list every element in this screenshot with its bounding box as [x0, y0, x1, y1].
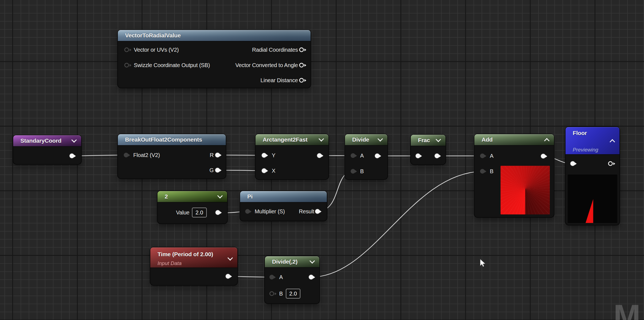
- chevron-down-icon[interactable]: [309, 260, 315, 264]
- output-label: Radial Coordinates: [252, 47, 298, 53]
- node-header: Floor Previewing: [566, 127, 619, 155]
- output-label: R: [210, 152, 214, 158]
- node-constant-2[interactable]: 2 Value 2.0: [157, 191, 227, 224]
- node-standarycoord[interactable]: StandaryCoord: [13, 135, 81, 164]
- input-label: Vector or UVs (V2): [134, 47, 179, 53]
- output-pin-linear-distance[interactable]: [299, 78, 304, 83]
- node-header: Divide(,2): [265, 256, 319, 268]
- input-label: B: [490, 168, 493, 175]
- input-pin-multiplier[interactable]: [245, 209, 250, 214]
- node-header: VectorToRadialValue: [118, 30, 311, 42]
- output-pin-vector-converted-to-angle[interactable]: [299, 63, 304, 68]
- value-label: Value: [176, 209, 189, 216]
- input-pin[interactable]: [570, 161, 575, 166]
- input-label: A: [490, 153, 493, 159]
- output-pin-radial-coordinates[interactable]: [299, 48, 304, 52]
- chevron-down-icon[interactable]: [319, 137, 324, 142]
- mouse-cursor-icon: [480, 259, 486, 267]
- output-label: Linear Distance: [260, 77, 298, 84]
- input-label: A: [360, 153, 364, 159]
- node-title: Time (Period of 2.00): [157, 251, 213, 258]
- output-pin-g[interactable]: [215, 168, 220, 173]
- chevron-up-icon[interactable]: [544, 137, 550, 142]
- input-pin-x[interactable]: [262, 169, 267, 173]
- output-pin[interactable]: [435, 154, 439, 158]
- output-pin[interactable]: [226, 274, 230, 279]
- node-title: VectorToRadialValue: [125, 32, 181, 39]
- input-pin-a[interactable]: [270, 275, 274, 280]
- input-label: B: [360, 168, 364, 175]
- node-title: Floor: [573, 130, 587, 136]
- node-title: Pi: [247, 193, 252, 200]
- input-data-label: Input Data: [157, 260, 182, 266]
- chevron-down-icon[interactable]: [227, 256, 233, 261]
- node-floor[interactable]: Floor Previewing: [566, 127, 619, 225]
- output-pin[interactable]: [608, 161, 613, 166]
- output-pin[interactable]: [541, 154, 546, 159]
- node-add[interactable]: Add A B: [474, 134, 554, 217]
- input-pin-swizzle[interactable]: [124, 63, 129, 68]
- output-pin-r[interactable]: [215, 153, 220, 158]
- wire: [311, 171, 482, 277]
- chevron-down-icon[interactable]: [71, 139, 77, 143]
- preview-red-wedge: [568, 175, 617, 223]
- node-divide[interactable]: Divide A B: [345, 134, 387, 179]
- b-value-input[interactable]: 2.0: [286, 289, 300, 299]
- node-header: Add: [474, 134, 554, 146]
- node-header: Frac: [411, 135, 445, 146]
- node-header: Arctangent2Fast: [256, 134, 328, 146]
- node-header: 2: [157, 191, 227, 203]
- node-title: Arctangent2Fast: [263, 136, 308, 143]
- output-label: Result: [299, 208, 314, 215]
- node-arctangent2fast[interactable]: Arctangent2Fast Y X: [256, 134, 328, 179]
- node-title: Divide(,2): [272, 258, 298, 265]
- node-frac[interactable]: Frac: [411, 135, 445, 164]
- node-preview-image: [501, 166, 550, 214]
- node-header: Pi: [240, 191, 327, 203]
- node-title: Add: [482, 136, 493, 143]
- node-pi[interactable]: Pi Multiplier (S) Result: [240, 191, 327, 221]
- node-breakoutfloat2components[interactable]: BreakOutFloat2Components Float2 (V2) R G: [118, 134, 226, 178]
- input-pin-y[interactable]: [262, 153, 267, 158]
- output-pin[interactable]: [70, 154, 74, 158]
- material-graph-canvas[interactable]: MA VectorToRadialValue Vector or UVs (V2…: [0, 0, 644, 320]
- input-pin-float2[interactable]: [124, 153, 129, 158]
- node-preview-image: [568, 175, 617, 223]
- input-label: Float2 (V2): [133, 152, 160, 158]
- node-title: StandaryCoord: [20, 137, 61, 144]
- previewing-label: Previewing: [573, 147, 598, 153]
- chevron-down-icon[interactable]: [377, 137, 383, 142]
- value-text: 2.0: [289, 291, 297, 297]
- node-vectortoradialvalue[interactable]: VectorToRadialValue Vector or UVs (V2) S…: [118, 30, 311, 88]
- chevron-down-icon[interactable]: [436, 138, 441, 142]
- output-pin[interactable]: [309, 275, 314, 280]
- value-input[interactable]: 2.0: [192, 208, 207, 217]
- input-label: X: [272, 168, 275, 174]
- input-label: Multiplier (S): [255, 208, 285, 215]
- output-label: G: [210, 167, 214, 173]
- input-pin-b[interactable]: [351, 169, 355, 174]
- output-pin-result[interactable]: [315, 209, 320, 214]
- output-pin[interactable]: [317, 153, 322, 158]
- node-divide-by-2[interactable]: Divide(,2) A B 2.0: [265, 256, 319, 304]
- node-header: BreakOutFloat2Components: [118, 134, 226, 146]
- chevron-up-icon[interactable]: [610, 139, 615, 143]
- input-pin-vector-or-uvs[interactable]: [124, 48, 129, 52]
- input-label: B: [279, 291, 283, 297]
- input-pin-a[interactable]: [351, 153, 355, 158]
- output-pin[interactable]: [216, 210, 220, 215]
- input-pin-b[interactable]: [270, 291, 274, 296]
- node-time-period[interactable]: Time (Period of 2.00) Input Data: [150, 247, 237, 285]
- input-label: Y: [272, 152, 275, 159]
- input-label: A: [279, 274, 283, 280]
- input-pin[interactable]: [416, 154, 420, 158]
- input-label: Swizzle Coordinate Output (SB): [134, 62, 210, 68]
- input-pin-b[interactable]: [480, 169, 485, 174]
- input-pin-a[interactable]: [480, 154, 485, 158]
- chevron-down-icon[interactable]: [217, 194, 223, 199]
- node-header: StandaryCoord: [13, 135, 81, 147]
- output-pin[interactable]: [375, 154, 380, 158]
- node-header: Time (Period of 2.00) Input Data: [150, 247, 237, 268]
- node-title: BreakOutFloat2Components: [125, 136, 202, 143]
- node-title: Divide: [352, 136, 369, 143]
